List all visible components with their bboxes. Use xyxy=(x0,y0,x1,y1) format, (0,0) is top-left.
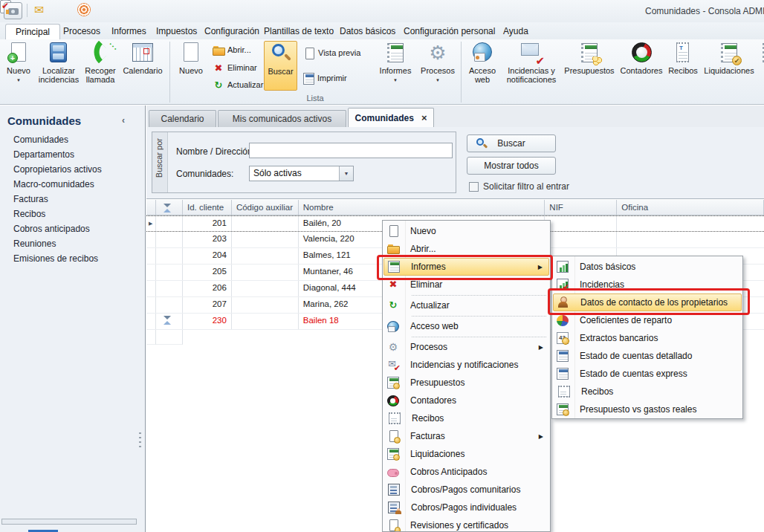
col-header-codigo-auxiliar[interactable]: Código auxiliar xyxy=(232,200,299,215)
name-direction-label: Nombre / Dirección: xyxy=(176,146,255,157)
menu-item-facturas[interactable]: Facturas ▶ xyxy=(383,427,549,445)
sidebar-item-comunidades[interactable]: Comunidades xyxy=(13,134,68,148)
imprimir-button[interactable]: Imprimir xyxy=(303,71,367,86)
menu-item-acceso-web[interactable]: Acceso web xyxy=(383,317,549,335)
name-direction-input[interactable] xyxy=(249,143,453,158)
ribbon-tab-row: Principal Procesos Informes Impuestos Co… xyxy=(0,22,764,39)
solicitar-filtro-checkbox[interactable] xyxy=(469,182,479,192)
communities-select[interactable]: Sólo activas ▼ xyxy=(249,166,354,181)
submenu-item-estado-de-cuentas-express[interactable]: Estado de cuentas express xyxy=(553,365,742,383)
submenu-item-extractos-bancarios[interactable]: Extractos bancarios xyxy=(553,329,742,347)
tab-ayuda[interactable]: Ayuda xyxy=(493,24,538,39)
splitter-grip[interactable] xyxy=(139,432,141,447)
clipped-ribbon-button[interactable]: F xyxy=(759,41,764,91)
sidebar-item-departamentos[interactable]: Departamentos xyxy=(13,149,74,163)
menu-item-contadores[interactable]: Contadores xyxy=(383,392,549,409)
sidebar-item-macro-comunidades[interactable]: Macro-comunidades xyxy=(13,179,94,192)
col-header-oficina[interactable]: Oficina xyxy=(617,200,764,215)
report-icon xyxy=(388,261,400,273)
localizar-incidencias-button[interactable]: Localizar incidencias xyxy=(37,41,80,91)
mail-check-icon: ✔ xyxy=(387,359,399,371)
col-header-nif[interactable]: NIF xyxy=(545,200,617,215)
tab-principal[interactable]: Principal xyxy=(5,24,60,39)
submenu-item-recibos[interactable]: Recibos xyxy=(553,383,742,400)
mail-icon[interactable]: ✉ xyxy=(34,2,44,19)
menu-separator xyxy=(412,295,546,296)
broadcast-icon[interactable] xyxy=(77,3,91,16)
budget-table-icon xyxy=(557,403,569,415)
combo-dropdown-icon[interactable]: ▼ xyxy=(339,166,353,181)
tab-configuracion-personal[interactable]: Configuración personal xyxy=(394,24,505,39)
sidebar-item-copropietarios-activos[interactable]: Copropietarios activos xyxy=(13,164,102,178)
menu-item-nuevo[interactable]: Nuevo xyxy=(383,222,549,240)
close-icon[interactable]: × xyxy=(421,112,427,123)
menu-item-cobros-pagos-individuales[interactable]: Cobros/Pagos individuales xyxy=(383,499,549,516)
chart-icon xyxy=(557,261,569,273)
vista-previa-button[interactable]: Vista previa xyxy=(303,46,367,61)
menu-item-incidencias-y-notificaciones[interactable]: ✔ Incidencias y notificaciones xyxy=(383,356,549,374)
doc-tab-calendario[interactable]: Calendario xyxy=(149,110,216,127)
menu-item-cobros-pagos-comunitarios[interactable]: Cobros/Pagos comunitarios xyxy=(383,481,549,499)
row-marker-header[interactable] xyxy=(146,200,156,215)
recoger-llamada-button[interactable]: Recoger llamada xyxy=(82,41,119,91)
liquidaciones-button[interactable]: ✔ Liquidaciones xyxy=(700,41,758,91)
submenu-item-datos-basicos[interactable]: Datos básicos xyxy=(553,258,742,276)
sidebar: Comunidades ‹ Comunidades Departamentos … xyxy=(0,106,146,532)
collapsed-panel-bar[interactable] xyxy=(1,519,137,525)
incidencias-notificaciones-button[interactable]: ✔ Incidencias y notificaciones xyxy=(504,41,559,91)
nuevo-button[interactable]: Nuevo xyxy=(174,41,208,91)
contadores-button[interactable]: Contadores xyxy=(618,41,664,91)
submenu-item-coeficientes-de-reparto[interactable]: Coeficientes de reparto xyxy=(553,311,742,329)
sidebar-collapse-icon[interactable]: ‹ xyxy=(122,115,125,126)
acceso-web-button[interactable]: Acceso web xyxy=(464,41,501,91)
report-icon xyxy=(383,42,407,64)
menu-item-liquidaciones[interactable]: Liquidaciones xyxy=(383,445,549,463)
menu-item-informes[interactable]: Informes ▶ xyxy=(383,258,549,276)
menu-item-cobros-anticipados[interactable]: Cobros Anticipados xyxy=(383,463,549,481)
procesos-dropdown-button[interactable]: ⚙ Procesos ▼ xyxy=(418,41,458,91)
menu-item-actualizar[interactable]: ↻ Actualizar xyxy=(383,296,549,314)
delete-icon: ✖ xyxy=(387,279,399,291)
col-header-nombre[interactable]: Nombre xyxy=(299,200,546,215)
menu-item-eliminar[interactable]: ✖ Eliminar xyxy=(383,276,549,293)
sidebar-item-facturas[interactable]: Facturas xyxy=(13,194,48,207)
status-column-header[interactable] xyxy=(156,200,183,215)
calculator-person-icon xyxy=(388,502,400,513)
buscar-ribbon-button[interactable]: Buscar xyxy=(264,41,297,91)
sidebar-item-emisiones-de-recibos[interactable]: Emisiones de recibos xyxy=(13,253,98,267)
doc-tab-mis-comunicados-activos[interactable]: Mis comunicados activos xyxy=(218,110,346,127)
menu-item-presupuestos[interactable]: Presupuestos xyxy=(383,374,549,392)
informes-dropdown-button[interactable]: Informes ▼ xyxy=(376,41,415,91)
context-menu: Nuevo Abrir... Informes ▶ ✖ Eliminar ↻ A… xyxy=(382,220,551,532)
nuevo-dropdown-button[interactable]: + Nuevo ▼ xyxy=(1,41,36,91)
recibos-button[interactable]: Recibos xyxy=(666,41,700,91)
sidebar-item-reuniones[interactable]: Reuniones xyxy=(13,239,56,252)
mostrar-todos-button[interactable]: Mostrar todos xyxy=(467,157,556,175)
submenu-item-incidencias[interactable]: ✔ Incidencias xyxy=(553,276,742,293)
submenu-item-presupuesto-vs-gastos-reales[interactable]: Presupuesto vs gastos reales xyxy=(553,400,742,418)
menu-item-procesos[interactable]: ⚙ Procesos ▶ xyxy=(383,338,549,356)
clipped-icon xyxy=(759,42,764,64)
menu-item-abrir[interactable]: Abrir... xyxy=(383,240,549,258)
gauge-icon xyxy=(629,42,653,64)
abrir-button[interactable]: Abrir... xyxy=(213,43,263,58)
sidebar-item-recibos[interactable]: Recibos xyxy=(13,209,45,222)
buscar-button[interactable]: Buscar xyxy=(467,134,556,152)
submenu-arrow-icon: ▶ xyxy=(539,344,543,351)
chart-check-icon: ✔ xyxy=(557,279,569,291)
presupuestos-button[interactable]: Presupuestos xyxy=(562,41,617,91)
communities-label: Comunidades: xyxy=(176,169,233,179)
doc-tab-comunidades[interactable]: Comunidades× xyxy=(348,108,434,127)
submenu-item-estado-de-cuentas-detallado[interactable]: Estado de cuentas detallado xyxy=(553,347,742,365)
eliminar-button[interactable]: ✖Eliminar xyxy=(213,61,263,76)
sidebar-item-cobros-anticipados[interactable]: Cobros anticipados xyxy=(13,224,90,237)
menu-item-recibos[interactable]: Recibos xyxy=(383,409,549,427)
col-header-id-cliente[interactable]: Id. cliente xyxy=(183,200,232,215)
calendario-button[interactable]: Calendario xyxy=(117,41,168,91)
receipt-icon xyxy=(389,412,401,424)
submenu-item-datos-de-contacto-de-los-propietarios[interactable]: Datos de contacto de los propietarios xyxy=(553,293,742,311)
actualizar-button[interactable]: ↻Actualizar xyxy=(213,78,263,93)
gear-icon: ⚙ xyxy=(387,341,399,353)
informes-submenu: Datos básicos ✔ Incidencias Datos de con… xyxy=(551,256,743,419)
menu-item-revisiones-y-certificados[interactable]: Revisiones y certificados xyxy=(383,516,549,532)
